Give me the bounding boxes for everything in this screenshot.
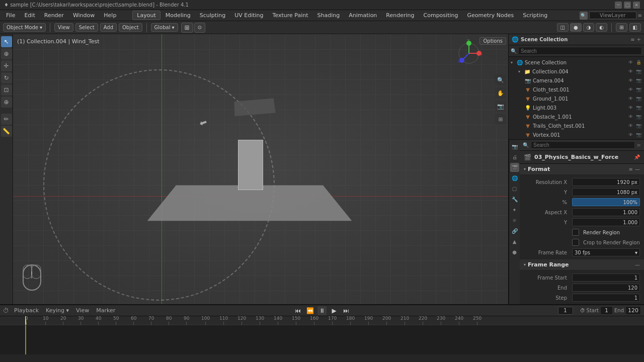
frame-end-value[interactable]: 120 bbox=[572, 284, 640, 292]
tree-item-light[interactable]: 💡 Light.003 👁 📷 bbox=[509, 103, 644, 112]
shading-rendered[interactable]: ◑ bbox=[583, 23, 595, 32]
viewport-canvas[interactable]: ⬅ (1) Collection.004 | Wind_Test X Y Z 🔍… bbox=[13, 34, 508, 304]
menu-help[interactable]: Help bbox=[100, 11, 120, 20]
lt-vis-icon[interactable]: 👁 bbox=[627, 104, 634, 111]
current-frame-input[interactable]: 1 bbox=[558, 307, 573, 315]
tree-item-vortex[interactable]: ▼ Vortex.001 👁 📷 bbox=[509, 130, 644, 139]
hand-button[interactable]: ✋ bbox=[495, 87, 506, 99]
maximize-button[interactable]: □ bbox=[624, 2, 631, 9]
resolution-y-value[interactable]: 1080 px bbox=[572, 188, 640, 196]
timeline-view-menu[interactable]: View bbox=[74, 307, 91, 314]
xray-button[interactable]: ◧ bbox=[629, 23, 641, 32]
transform-tool[interactable]: ⊕ bbox=[1, 97, 12, 108]
shading-solid[interactable]: ● bbox=[570, 23, 582, 32]
menu-geometry-nodes[interactable]: Geometry Nodes bbox=[463, 11, 518, 20]
jump-end-button[interactable]: ⏭ bbox=[342, 306, 351, 315]
menu-edit[interactable]: Edit bbox=[20, 11, 39, 20]
pause-button[interactable]: ⏸ bbox=[317, 306, 327, 315]
col-visibility-icon[interactable]: 👁 bbox=[627, 68, 634, 75]
start-frame-input[interactable]: 1 bbox=[600, 306, 613, 315]
tree-item-trails[interactable]: ▼ Trails_Cloth_test.001 👁 📷 bbox=[509, 121, 644, 130]
col-render-icon[interactable]: 📷 bbox=[635, 68, 642, 75]
cam-render-icon[interactable]: 📷 bbox=[635, 77, 642, 84]
crop-render-checkbox[interactable] bbox=[572, 239, 579, 246]
tree-item-collection-004[interactable]: ▾ 📁 Collection.004 👁 📷 bbox=[509, 67, 644, 76]
select-menu[interactable]: Select bbox=[75, 23, 98, 32]
shading-wireframe[interactable]: ◫ bbox=[557, 23, 569, 32]
outliner-search-input[interactable] bbox=[518, 47, 642, 55]
shading-material[interactable]: ◐ bbox=[596, 23, 607, 32]
timeline-tracks[interactable] bbox=[0, 325, 644, 354]
menu-compositing[interactable]: Compositing bbox=[420, 11, 462, 20]
tree-item-camera-004[interactable]: 📷 Camera.004 👁 📷 bbox=[509, 76, 644, 85]
menu-file[interactable]: File bbox=[2, 11, 19, 20]
zoom-in-button[interactable]: 🔍 bbox=[495, 74, 506, 85]
playback-menu[interactable]: Playback bbox=[12, 307, 41, 314]
select-tool[interactable]: ↖ bbox=[1, 36, 12, 47]
jump-start-button[interactable]: ⏮ bbox=[293, 306, 302, 315]
menu-uv-editing[interactable]: UV Editing bbox=[230, 11, 267, 20]
gnd-render-icon[interactable]: 📷 bbox=[635, 95, 642, 102]
viewport[interactable]: ⬅ (1) Collection.004 | Wind_Test X Y Z 🔍… bbox=[13, 34, 508, 304]
vrt-render-icon[interactable]: 📷 bbox=[635, 131, 642, 138]
aspect-x-value[interactable]: 1.000 bbox=[572, 208, 640, 216]
visibility-icon[interactable]: 👁 bbox=[627, 59, 634, 66]
prop-pin-icon[interactable]: 📌 bbox=[634, 154, 640, 160]
menu-animation[interactable]: Animation bbox=[345, 11, 381, 20]
tree-item-cloth-test[interactable]: ▼ Cloth_test.001 👁 📷 bbox=[509, 85, 644, 94]
tree-item-ground[interactable]: ▼ Ground_1.001 👁 📷 bbox=[509, 94, 644, 103]
close-button[interactable]: ✕ bbox=[633, 2, 640, 9]
prop-constraints-icon[interactable]: 🔗 bbox=[510, 226, 519, 235]
format-list-icon[interactable]: ≡ bbox=[629, 166, 633, 172]
menu-layout[interactable]: Layout bbox=[132, 11, 160, 20]
trails-render-icon[interactable]: 📷 bbox=[635, 122, 642, 129]
obs-render-icon[interactable]: 📷 bbox=[635, 113, 642, 120]
measure-tool[interactable]: 📏 bbox=[1, 126, 12, 137]
end-frame-input[interactable]: 120 bbox=[625, 306, 641, 315]
scale-tool[interactable]: ⊡ bbox=[1, 84, 12, 96]
render-region-checkbox[interactable] bbox=[572, 229, 579, 236]
prop-modifiers-icon[interactable]: 🔧 bbox=[510, 195, 519, 204]
menu-scripting[interactable]: Scripting bbox=[519, 11, 551, 20]
cloth-render-icon[interactable]: 📷 bbox=[635, 86, 642, 93]
prop-scene-icon[interactable]: 🎬 bbox=[510, 163, 519, 172]
lock-icon[interactable]: 🔒 bbox=[635, 59, 642, 66]
filter-icon[interactable]: ≡ bbox=[638, 13, 642, 18]
rotate-tool[interactable]: ↻ bbox=[1, 72, 12, 83]
obs-vis-icon[interactable]: 👁 bbox=[627, 113, 634, 120]
menu-shading[interactable]: Shading bbox=[313, 11, 344, 20]
resolution-pct-value[interactable]: 100% bbox=[572, 198, 640, 206]
aspect-y-value[interactable]: 1.000 bbox=[572, 218, 640, 226]
lt-render-icon[interactable]: 📷 bbox=[635, 104, 642, 111]
play-reverse-button[interactable]: ⏪ bbox=[305, 306, 314, 315]
trails-vis-icon[interactable]: 👁 bbox=[627, 122, 634, 129]
object-menu[interactable]: Object bbox=[119, 23, 142, 32]
prop-render-icon[interactable]: 📷 bbox=[510, 142, 519, 151]
frame-step-value[interactable]: 1 bbox=[572, 294, 640, 302]
cloth-vis-icon[interactable]: 👁 bbox=[627, 86, 634, 93]
format-section-header[interactable]: ▾ Format ≡ — bbox=[520, 164, 644, 175]
prop-filter-icon[interactable]: ≡ bbox=[637, 142, 641, 148]
snap-button[interactable]: ⊞ bbox=[181, 23, 193, 33]
annotate-tool[interactable]: ✏ bbox=[1, 114, 12, 125]
play-button[interactable]: ▶ bbox=[330, 306, 339, 315]
cursor-tool[interactable]: ⊕ bbox=[1, 48, 12, 59]
frame-range-header[interactable]: ▾ Frame Range — bbox=[520, 259, 644, 270]
menu-render[interactable]: Render bbox=[40, 11, 68, 20]
menu-sculpting[interactable]: Sculpting bbox=[196, 11, 229, 20]
tree-item-obstacle[interactable]: ▼ Obstacle_1.001 👁 📷 bbox=[509, 112, 644, 121]
minimize-button[interactable]: ─ bbox=[615, 2, 622, 9]
move-tool[interactable]: ✛ bbox=[1, 60, 12, 71]
object-mode-selector[interactable]: Object Mode ▾ bbox=[3, 23, 46, 32]
menu-modeling[interactable]: Modeling bbox=[162, 11, 195, 20]
cam-vis-icon[interactable]: 👁 bbox=[627, 77, 634, 84]
outliner-add-icon[interactable]: + bbox=[637, 37, 641, 42]
prop-material-icon[interactable]: ● bbox=[510, 247, 519, 256]
frame-start-value[interactable]: 1 bbox=[572, 274, 640, 282]
options-button[interactable]: Options bbox=[479, 37, 506, 45]
add-menu[interactable]: Add bbox=[100, 23, 117, 32]
prop-output-icon[interactable]: 🖨 bbox=[510, 152, 519, 161]
menu-texture-paint[interactable]: Texture Paint bbox=[269, 11, 312, 20]
tree-item-scene-collection[interactable]: ▾ 🌐 Scene Collection 👁 🔒 bbox=[509, 58, 644, 67]
proportional-edit-button[interactable]: ⊙ bbox=[194, 23, 205, 33]
